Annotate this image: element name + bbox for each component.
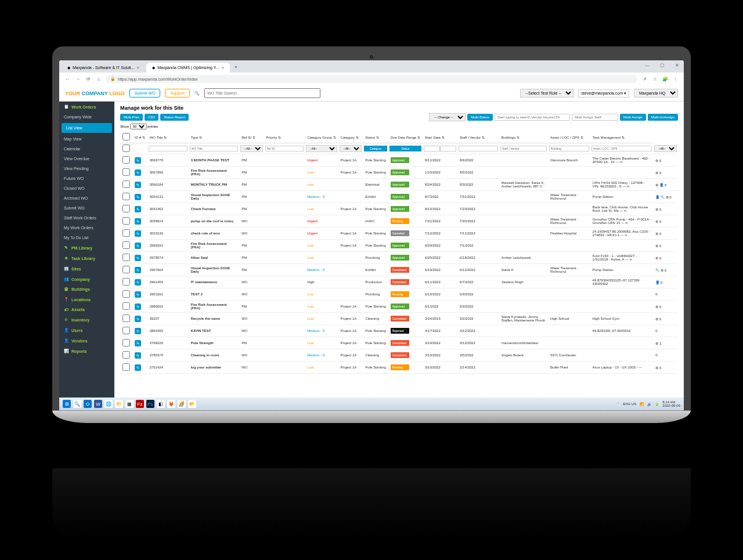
- column-header[interactable]: Buildings ⇅: [499, 131, 548, 143]
- user-email-dropdown[interactable]: steve@maxpanda.com ▾: [578, 89, 629, 97]
- reload-icon[interactable]: ⟳: [85, 75, 92, 82]
- tray-clock[interactable]: 8:14 AM2022-08-05: [662, 400, 680, 407]
- menu-icon[interactable]: ⋮: [672, 75, 679, 82]
- new-tab-button[interactable]: +: [231, 63, 241, 73]
- filter-title-input[interactable]: [190, 146, 239, 151]
- multi-unassign-button[interactable]: Multi-UnAssign: [648, 114, 678, 121]
- app2-icon[interactable]: ◧: [157, 400, 165, 408]
- multi-print-button[interactable]: Multi-Print: [120, 114, 143, 121]
- home-icon[interactable]: ⌂: [95, 75, 102, 82]
- window-maximize-icon[interactable]: ▢: [658, 63, 667, 73]
- wo-title-search-input[interactable]: [204, 88, 320, 98]
- search-taskbar-icon[interactable]: 🔍: [73, 400, 81, 408]
- filter-asset-input[interactable]: [591, 146, 652, 151]
- sidebar-item[interactable]: 👥Company: [59, 274, 114, 284]
- column-header[interactable]: Task Management ⇅: [590, 131, 654, 143]
- sidebar-item[interactable]: 🏷Assets: [59, 305, 114, 315]
- multi-assign-button[interactable]: Multi-Assign: [620, 114, 646, 121]
- sidebar-item[interactable]: 🏢Sites: [59, 263, 114, 274]
- filter-type-select[interactable]: --All--: [240, 145, 262, 152]
- filter-task-select[interactable]: --All--: [654, 145, 677, 152]
- column-header[interactable]: Staff / Vendor ⇅: [457, 131, 499, 143]
- select-all-checkbox-header[interactable]: [122, 133, 130, 140]
- folder-icon[interactable]: 📂: [188, 400, 196, 408]
- column-header[interactable]: Start Date ⇅: [423, 131, 457, 143]
- word-icon[interactable]: W: [94, 400, 102, 408]
- edit-icon[interactable]: ✎: [135, 267, 141, 273]
- row-checkbox[interactable]: [122, 266, 130, 273]
- edit-icon[interactable]: ✎: [135, 157, 141, 164]
- browser-tab-2[interactable]: ◆ Maxpanda CMMS | Optimizing Y... ×: [146, 63, 230, 73]
- edit-icon[interactable]: ✎: [135, 230, 141, 237]
- submit-wo-button[interactable]: Submit WO: [129, 89, 161, 97]
- start-icon[interactable]: ⊞: [63, 400, 71, 408]
- row-checkbox[interactable]: [122, 168, 130, 176]
- edit-icon[interactable]: ✎: [135, 243, 141, 249]
- tray-lang[interactable]: ENG US: [623, 402, 636, 406]
- sidebar-item[interactable]: ✎PM Library: [59, 243, 114, 253]
- explorer-icon[interactable]: 📁: [115, 400, 123, 408]
- column-header[interactable]: Category Group ⇅: [305, 131, 338, 143]
- filter-group-select[interactable]: --All--: [340, 145, 362, 152]
- sidebar-item[interactable]: Map View: [59, 134, 114, 144]
- app-icon[interactable]: ▦: [125, 400, 134, 408]
- sidebar-item[interactable]: ★Task Library: [59, 253, 114, 263]
- column-header[interactable]: Category ⇅: [338, 131, 363, 143]
- edit-icon[interactable]: ✎: [135, 352, 141, 359]
- outlook-icon[interactable]: O: [84, 400, 92, 408]
- filter-priority-select[interactable]: --All--: [306, 145, 337, 152]
- filter-status-button[interactable]: Status: [389, 146, 421, 151]
- column-header[interactable]: Priority ⇅: [264, 131, 305, 143]
- edit-icon[interactable]: ✎: [135, 182, 141, 188]
- row-checkbox[interactable]: [122, 363, 130, 371]
- select-all-checkbox[interactable]: [121, 144, 131, 152]
- sidebar-item[interactable]: View Overdue: [59, 154, 114, 164]
- edit-icon[interactable]: ✎: [135, 279, 141, 286]
- edit-icon[interactable]: ✎: [135, 364, 141, 371]
- column-header[interactable]: Asset / LOC / GPS ⇅: [548, 131, 590, 143]
- extensions-icon[interactable]: 🧩: [662, 75, 669, 82]
- sidebar-item[interactable]: 📊Reports: [59, 346, 114, 356]
- sidebar-item[interactable]: Archived WO: [59, 193, 114, 203]
- row-checkbox[interactable]: [122, 278, 130, 286]
- row-checkbox[interactable]: [122, 241, 130, 249]
- photoshop-icon[interactable]: Ps: [146, 400, 154, 408]
- filter-building-input[interactable]: [549, 146, 589, 151]
- filter-due-to[interactable]: [440, 146, 456, 151]
- edit-icon[interactable]: ✎: [135, 304, 141, 310]
- change-select[interactable]: -- Change --: [429, 113, 466, 121]
- tray-volume-icon[interactable]: 🔊: [647, 402, 651, 406]
- support-button[interactable]: Support: [165, 89, 190, 97]
- row-checkbox[interactable]: [122, 205, 130, 212]
- edit-icon[interactable]: ✎: [135, 194, 141, 200]
- sidebar-item[interactable]: Calendar: [59, 144, 114, 154]
- sidebar-item[interactable]: View Pending: [59, 164, 114, 174]
- column-header[interactable]: ID # ⇅: [132, 131, 147, 143]
- sidebar-item[interactable]: ☆Inventory: [59, 315, 114, 325]
- row-checkbox[interactable]: [122, 339, 130, 346]
- sidebar-item[interactable]: Submit WO: [59, 203, 114, 213]
- close-icon[interactable]: ×: [136, 65, 139, 70]
- filter-due-from[interactable]: [424, 146, 440, 151]
- row-checkbox[interactable]: [122, 302, 130, 310]
- filter-id-input[interactable]: [149, 146, 187, 151]
- row-checkbox[interactable]: [122, 229, 130, 237]
- chrome-icon[interactable]: 🌈: [178, 400, 186, 408]
- tray-chevron-icon[interactable]: ˄: [618, 402, 619, 406]
- sidebar-item[interactable]: Company Wide: [59, 112, 114, 122]
- filter-refid-input[interactable]: [265, 146, 304, 151]
- window-minimize-icon[interactable]: —: [643, 63, 652, 73]
- share-icon[interactable]: ↗: [641, 75, 648, 82]
- row-checkbox[interactable]: [122, 156, 130, 164]
- browser-tab-1[interactable]: ◆ Maxpanda - Software & IT Soluti... ×: [62, 63, 145, 73]
- edit-icon[interactable]: ✎: [135, 169, 141, 176]
- forward-icon[interactable]: →: [74, 75, 81, 82]
- row-checkbox[interactable]: [122, 351, 130, 359]
- edit-icon[interactable]: ✎: [135, 218, 141, 225]
- row-checkbox[interactable]: [122, 217, 130, 225]
- status-report-button[interactable]: Status Report: [160, 114, 189, 121]
- sidebar-item[interactable]: 📋Work Orders: [59, 102, 114, 112]
- column-header[interactable]: Status ⇅: [363, 131, 388, 143]
- row-checkbox[interactable]: [122, 254, 130, 261]
- close-icon[interactable]: ×: [221, 65, 224, 70]
